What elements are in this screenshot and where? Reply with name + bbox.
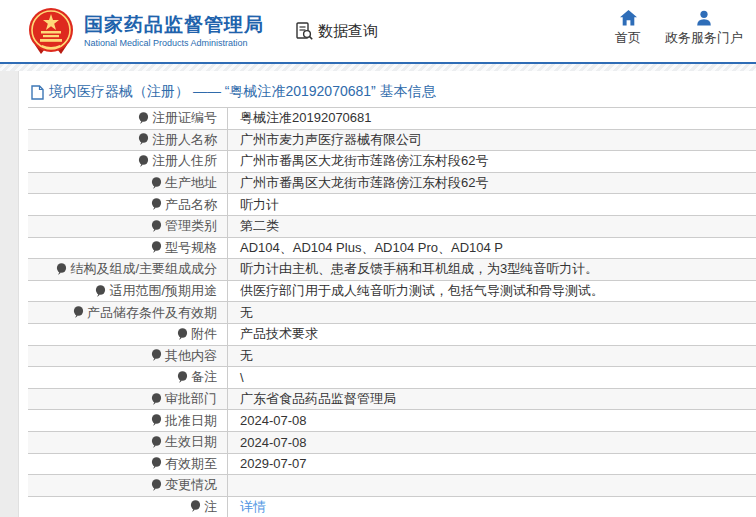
field-value [228, 475, 756, 496]
nav-data-query[interactable]: 数据查询 [294, 21, 378, 41]
field-label-text: 审批部门 [165, 390, 217, 408]
balloon-icon [151, 177, 162, 190]
balloon-icon [138, 155, 149, 168]
field-value: 详情 [228, 497, 756, 517]
balloon-icon [151, 457, 162, 470]
field-value: 广州市番禺区大龙街市莲路傍江东村段62号 [228, 151, 756, 172]
table-row: 结构及组成/主要组成成分 听力计由主机、患者反馈手柄和耳机组成，为3型纯音听力计… [28, 258, 756, 280]
field-label-text: 管理类别 [165, 217, 217, 235]
logo-text: 国家药品监督管理局 National Medical Products Admi… [84, 14, 264, 48]
field-label: 生产地址 [28, 173, 228, 194]
table-row: 生产地址 广州市番禺区大龙街市莲路傍江东村段62号 [28, 172, 756, 194]
field-value: 广东省食品药品监督管理局 [228, 389, 756, 410]
field-label: 产品名称 [28, 194, 228, 215]
balloon-icon [177, 328, 188, 341]
field-label: 结构及组成/主要组成成分 [28, 259, 228, 280]
field-label: 批准日期 [28, 410, 228, 431]
field-label-text: 产品储存条件及有效期 [87, 304, 217, 322]
data-query-icon [294, 21, 314, 41]
user-icon [696, 10, 712, 26]
field-value: 无 [228, 346, 756, 367]
table-row: 注册人名称 广州市麦力声医疗器械有限公司 [28, 129, 756, 151]
field-value: AD104、AD104 Plus、AD104 Pro、AD104 P [228, 238, 756, 259]
field-value: 无 [228, 302, 756, 323]
table-row: 注册证编号 粤械注准20192070681 [28, 107, 756, 129]
nav-gov-portal[interactable]: 政务服务门户 [665, 10, 743, 47]
table-row: 其他内容 无 [28, 345, 756, 367]
table-row: 产品名称 听力计 [28, 193, 756, 215]
table-row: 产品储存条件及有效期 无 [28, 301, 756, 323]
balloon-icon [73, 306, 84, 319]
balloon-icon [151, 436, 162, 449]
field-value: 供医疗部门用于成人纯音听力测试，包括气导测试和骨导测试。 [228, 281, 756, 302]
nav-home[interactable]: 首页 [615, 10, 641, 47]
field-value: 第二类 [228, 216, 756, 237]
field-label-text: 其他内容 [165, 347, 217, 365]
field-label-text: 注册人住所 [152, 152, 217, 170]
nmpa-logo[interactable]: 国家药品监督管理局 National Medical Products Admi… [27, 7, 264, 55]
breadcrumb-text: 境内医疗器械（注册） —— “粤械注准20192070681” 基本信息 [49, 83, 436, 101]
home-icon [620, 10, 637, 26]
nav-home-label: 首页 [615, 29, 641, 47]
field-label-text: 备注 [191, 368, 217, 386]
field-label: 变更情况 [28, 475, 228, 496]
field-value: 广州市麦力声医疗器械有限公司 [228, 130, 756, 151]
field-label: 注 [28, 497, 228, 517]
detail-link[interactable]: 详情 [240, 498, 266, 516]
field-label: 备注 [28, 367, 228, 388]
data-query-label: 数据查询 [318, 22, 378, 41]
field-label-text: 批准日期 [165, 412, 217, 430]
field-label: 生效日期 [28, 432, 228, 453]
nav-gov-portal-label: 政务服务门户 [665, 29, 743, 47]
field-label: 注册证编号 [28, 108, 228, 129]
site-title-cn: 国家药品监督管理局 [84, 14, 264, 36]
field-value: 广州市番禺区大龙街市莲路傍江东村段62号 [228, 173, 756, 194]
balloon-icon [177, 371, 188, 384]
field-label: 适用范围/预期用途 [28, 281, 228, 302]
table-row: 备注 \ [28, 366, 756, 388]
site-title-en: National Medical Products Administration [84, 38, 264, 48]
field-label-text: 有效期至 [165, 455, 217, 473]
field-value: 听力计 [228, 194, 756, 215]
field-label: 其他内容 [28, 346, 228, 367]
balloon-icon [151, 393, 162, 406]
table-row: 批准日期 2024-07-08 [28, 409, 756, 431]
table-row: 有效期至 2029-07-07 [28, 453, 756, 475]
table-row: 生效日期 2024-07-08 [28, 431, 756, 453]
field-value: 产品技术要求 [228, 324, 756, 345]
balloon-icon [151, 198, 162, 211]
field-label-text: 适用范围/预期用途 [109, 282, 217, 300]
balloon-icon [95, 285, 106, 298]
field-label-text: 变更情况 [165, 476, 217, 494]
document-icon [31, 85, 44, 100]
field-label-text: 生产地址 [165, 174, 217, 192]
field-label: 注册人住所 [28, 151, 228, 172]
balloon-icon [190, 500, 201, 513]
field-value: 听力计由主机、患者反馈手柄和耳机组成，为3型纯音听力计。 [228, 259, 756, 280]
table-row: 变更情况 [28, 474, 756, 496]
field-label-text: 注册人名称 [152, 131, 217, 149]
breadcrumb: 境内医疗器械（注册） —— “粤械注准20192070681” 基本信息 [19, 81, 756, 103]
table-row: 管理类别 第二类 [28, 215, 756, 237]
balloon-icon [138, 133, 149, 146]
table-row: 适用范围/预期用途 供医疗部门用于成人纯音听力测试，包括气导测试和骨导测试。 [28, 280, 756, 302]
header: 国家药品监督管理局 National Medical Products Admi… [0, 0, 756, 62]
hatch-band [0, 64, 756, 71]
info-table: 注册证编号 粤械注准20192070681 注册人名称 广州市麦力声医疗器械有限… [28, 107, 756, 517]
balloon-icon [151, 479, 162, 492]
field-label: 有效期至 [28, 454, 228, 475]
content-card: 境内医疗器械（注册） —— “粤械注准20192070681” 基本信息 注册证… [18, 71, 756, 517]
table-row: 审批部门 广东省食品药品监督管理局 [28, 388, 756, 410]
balloon-icon [151, 241, 162, 254]
field-label-text: 生效日期 [165, 433, 217, 451]
field-label: 注册人名称 [28, 130, 228, 151]
field-label: 型号规格 [28, 238, 228, 259]
field-value: 2029-07-07 [228, 454, 756, 475]
field-label: 产品储存条件及有效期 [28, 302, 228, 323]
field-label: 审批部门 [28, 389, 228, 410]
top-links: 首页 政务服务门户 [615, 10, 743, 47]
balloon-icon [151, 220, 162, 233]
field-label-text: 产品名称 [165, 196, 217, 214]
field-label-text: 型号规格 [165, 239, 217, 257]
field-label-text: 附件 [191, 325, 217, 343]
